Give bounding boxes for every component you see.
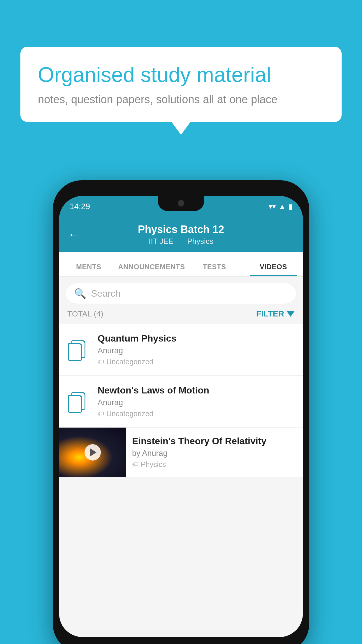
tag-icon: 🏷 xyxy=(98,410,104,418)
bubble-subtitle: notes, question papers, solutions all at… xyxy=(38,93,324,106)
filter-label: FILTER xyxy=(256,309,284,318)
item-info: Newton's Laws of Motion Anurag 🏷 Uncateg… xyxy=(98,385,295,418)
item-tag: 🏷 Physics xyxy=(132,460,297,469)
back-button[interactable]: ← xyxy=(68,228,80,241)
item-tag: 🏷 Uncategorized xyxy=(98,358,295,366)
search-placeholder: Search xyxy=(91,288,120,299)
item-author: by Anurag xyxy=(132,449,297,458)
header-subtitle-physics: Physics xyxy=(187,237,213,246)
header-subtitle-iitjee: IIT JEE xyxy=(149,237,173,246)
item-author: Anurag xyxy=(98,398,295,407)
tab-videos[interactable]: VIDEOS xyxy=(244,263,303,276)
item-info: Quantum Physics Anurag 🏷 Uncategorized xyxy=(98,333,295,366)
file-front-icon xyxy=(68,395,82,413)
content-area: 🔍 Search TOTAL (4) FILTER xyxy=(59,276,303,637)
folder-icon xyxy=(67,390,90,413)
speech-bubble: Organised study material notes, question… xyxy=(20,47,342,122)
thumbnail-bg xyxy=(59,428,126,477)
tag-icon: 🏷 xyxy=(98,358,104,366)
tab-ments[interactable]: MENTS xyxy=(59,263,118,276)
folder-icon xyxy=(67,338,90,361)
search-bar[interactable]: 🔍 Search xyxy=(66,283,296,304)
video-thumbnail xyxy=(59,428,126,477)
filter-row: TOTAL (4) FILTER xyxy=(59,304,303,324)
tab-bar: MENTS ANNOUNCEMENTS TESTS VIDEOS xyxy=(59,252,303,276)
filter-button[interactable]: FILTER xyxy=(256,309,295,318)
item-title: Einstein's Theory Of Relativity xyxy=(132,436,297,447)
speech-bubble-container: Organised study material notes, question… xyxy=(20,47,342,122)
item-tag: 🏷 Uncategorized xyxy=(98,410,295,418)
tag-label: Physics xyxy=(141,460,166,469)
list-item[interactable]: Einstein's Theory Of Relativity by Anura… xyxy=(59,428,303,477)
battery-icon: ▮ xyxy=(289,202,292,211)
status-time: 14:29 xyxy=(70,202,90,211)
item-info: Einstein's Theory Of Relativity by Anura… xyxy=(126,428,303,477)
phone-frame: 14:29 ▾▾ ▲ ▮ ← Physics Batch 12 IIT JEE … xyxy=(53,180,309,644)
app-header: ← Physics Batch 12 IIT JEE Physics xyxy=(59,217,303,252)
header-subtitle: IIT JEE Physics xyxy=(138,237,224,246)
signal-icon: ▲ xyxy=(279,202,286,211)
two-files-icon xyxy=(68,391,89,412)
tag-label: Uncategorized xyxy=(106,358,153,366)
tag-icon: 🏷 xyxy=(132,461,138,468)
status-icons: ▾▾ ▲ ▮ xyxy=(269,202,292,211)
two-files-icon xyxy=(68,339,89,360)
list-item[interactable]: Newton's Laws of Motion Anurag 🏷 Uncateg… xyxy=(59,376,303,428)
total-label: TOTAL (4) xyxy=(67,309,103,318)
bubble-title: Organised study material xyxy=(38,63,324,87)
tab-tests[interactable]: TESTS xyxy=(185,263,244,276)
item-title: Newton's Laws of Motion xyxy=(98,385,295,396)
notch xyxy=(158,196,204,211)
front-camera-icon xyxy=(178,200,184,206)
item-author: Anurag xyxy=(98,346,295,355)
list-item[interactable]: Quantum Physics Anurag 🏷 Uncategorized xyxy=(59,324,303,376)
play-icon xyxy=(90,448,96,456)
video-list: Quantum Physics Anurag 🏷 Uncategorized xyxy=(59,324,303,477)
header-title: Physics Batch 12 xyxy=(138,223,224,236)
wifi-icon: ▾▾ xyxy=(269,202,276,211)
search-icon: 🔍 xyxy=(74,288,86,299)
item-title: Quantum Physics xyxy=(98,333,295,344)
file-front-icon xyxy=(68,343,82,361)
tag-label: Uncategorized xyxy=(106,410,153,418)
header-title-block: Physics Batch 12 IIT JEE Physics xyxy=(138,223,224,246)
phone-screen: 14:29 ▾▾ ▲ ▮ ← Physics Batch 12 IIT JEE … xyxy=(59,196,303,637)
tab-announcements[interactable]: ANNOUNCEMENTS xyxy=(118,263,185,276)
play-button[interactable] xyxy=(85,444,101,461)
filter-icon xyxy=(287,311,295,317)
